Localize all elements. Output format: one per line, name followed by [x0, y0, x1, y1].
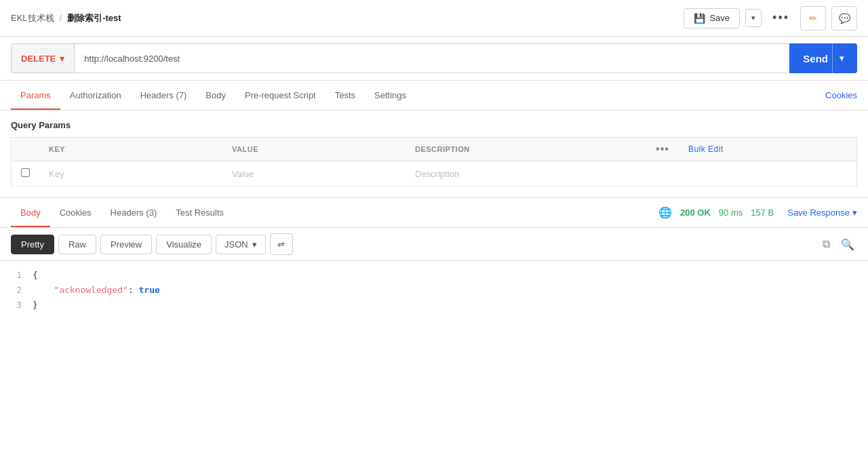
- tab-pre-request-script[interactable]: Pre-request Script: [235, 82, 326, 110]
- row-extra: [679, 161, 857, 186]
- tab-authorization[interactable]: Authorization: [60, 82, 131, 110]
- method-label: DELETE: [21, 54, 56, 64]
- response-section: Body Cookies Headers (3) Test Results 🌐 …: [0, 197, 868, 319]
- wrap-button[interactable]: ⇌: [270, 233, 293, 255]
- url-bar: DELETE ▾ Send ▾: [0, 37, 868, 81]
- method-chevron-icon: ▾: [60, 54, 64, 64]
- top-bar-actions: 💾 Save ▾ ••• ✏ 💬: [684, 6, 857, 31]
- response-status: 🌐 200 OK 90 ms 157 B Save Response ▾: [658, 206, 857, 219]
- code-content: {: [33, 268, 38, 283]
- response-time: 90 ms: [719, 208, 743, 218]
- response-toolbar: Pretty Raw Preview Visualize JSON ▾ ⇌ ⧉ …: [0, 228, 868, 261]
- row-key[interactable]: Key: [39, 161, 222, 186]
- format-select[interactable]: JSON ▾: [216, 235, 266, 254]
- row-actions: [646, 161, 679, 186]
- globe-icon: 🌐: [658, 206, 672, 219]
- response-tab-cookies[interactable]: Cookies: [50, 199, 101, 227]
- tab-headers[interactable]: Headers (7): [131, 82, 197, 110]
- line-number: 3: [11, 298, 22, 313]
- th-actions: •••: [646, 138, 679, 161]
- workspace-name[interactable]: EKL技术栈: [11, 12, 54, 24]
- edit-button[interactable]: ✏: [800, 6, 826, 31]
- param-checkbox[interactable]: [21, 168, 30, 177]
- row-checkbox[interactable]: [12, 161, 40, 186]
- request-tabs: Params Authorization Headers (7) Body Pr…: [0, 81, 868, 111]
- th-value: VALUE: [222, 138, 406, 161]
- save-response-chevron-icon: ▾: [852, 208, 857, 218]
- response-body: 1 { 2 "acknowledged": true 3 }: [0, 261, 868, 319]
- response-size: 157 B: [751, 208, 774, 218]
- column-options-icon[interactable]: •••: [656, 143, 669, 155]
- save-button[interactable]: 💾 Save: [684, 8, 740, 28]
- method-select[interactable]: DELETE ▾: [11, 43, 74, 73]
- send-button[interactable]: Send ▾: [789, 43, 857, 73]
- th-checkbox: [12, 138, 40, 161]
- tab-body[interactable]: Body: [196, 82, 235, 110]
- search-button[interactable]: 🔍: [838, 235, 857, 254]
- tab-settings[interactable]: Settings: [365, 82, 416, 110]
- copy-button[interactable]: ⧉: [820, 235, 833, 254]
- save-label: Save: [709, 13, 730, 23]
- save-response-button[interactable]: Save Response ▾: [787, 208, 857, 218]
- comment-icon: 💬: [839, 13, 850, 24]
- send-chevron-icon[interactable]: ▾: [832, 43, 844, 73]
- response-tab-body[interactable]: Body: [11, 199, 50, 227]
- tab-params[interactable]: Params: [11, 82, 60, 110]
- code-line-2: 2 "acknowledged": true: [11, 283, 857, 298]
- toolbar-right-actions: ⧉ 🔍: [820, 235, 857, 254]
- breadcrumb-separator: /: [60, 13, 62, 23]
- edit-icon: ✏: [809, 13, 817, 24]
- more-options-button[interactable]: •••: [767, 8, 795, 28]
- tab-tests[interactable]: Tests: [326, 82, 365, 110]
- row-description[interactable]: Description: [406, 161, 646, 186]
- line-number: 2: [11, 283, 22, 298]
- status-badge: 200 OK: [680, 208, 711, 218]
- url-input[interactable]: [74, 43, 789, 73]
- response-tabs: Body Cookies Headers (3) Test Results 🌐 …: [0, 198, 868, 228]
- breadcrumb: EKL技术栈 / 删除索引-test: [11, 12, 121, 24]
- format-label: JSON: [224, 239, 248, 250]
- code-line-1: 1 {: [11, 268, 857, 283]
- query-params-section: Query Params KEY VALUE DESCRIPTION ••• B…: [0, 111, 868, 186]
- send-label: Send: [803, 53, 828, 64]
- save-dropdown-button[interactable]: ▾: [745, 9, 762, 27]
- response-tab-test-results[interactable]: Test Results: [166, 199, 233, 227]
- code-content: }: [33, 298, 38, 313]
- line-number: 1: [11, 268, 22, 283]
- code-content: "acknowledged": true: [33, 283, 160, 298]
- th-key: KEY: [39, 138, 222, 161]
- params-table: KEY VALUE DESCRIPTION ••• Bulk Edit Key …: [11, 137, 857, 186]
- top-bar: EKL技术栈 / 删除索引-test 💾 Save ▾ ••• ✏ 💬: [0, 0, 868, 37]
- table-row: Key Value Description: [12, 161, 857, 186]
- query-params-title: Query Params: [11, 120, 857, 130]
- th-description: DESCRIPTION: [406, 138, 646, 161]
- code-line-3: 3 }: [11, 298, 857, 313]
- preview-view-button[interactable]: Preview: [100, 235, 152, 254]
- request-name: 删除索引-test: [67, 12, 121, 24]
- wrap-icon: ⇌: [277, 239, 285, 250]
- search-icon: 🔍: [841, 239, 854, 250]
- row-value[interactable]: Value: [222, 161, 406, 186]
- response-tab-headers[interactable]: Headers (3): [101, 199, 167, 227]
- raw-view-button[interactable]: Raw: [58, 235, 96, 254]
- comment-button[interactable]: 💬: [831, 6, 857, 31]
- cookies-link[interactable]: Cookies: [825, 82, 857, 108]
- save-icon: 💾: [694, 13, 705, 24]
- th-bulk-edit[interactable]: Bulk Edit: [679, 138, 857, 161]
- copy-icon: ⧉: [823, 238, 830, 250]
- visualize-view-button[interactable]: Visualize: [156, 235, 212, 254]
- pretty-view-button[interactable]: Pretty: [11, 235, 54, 254]
- format-chevron-icon: ▾: [252, 239, 257, 250]
